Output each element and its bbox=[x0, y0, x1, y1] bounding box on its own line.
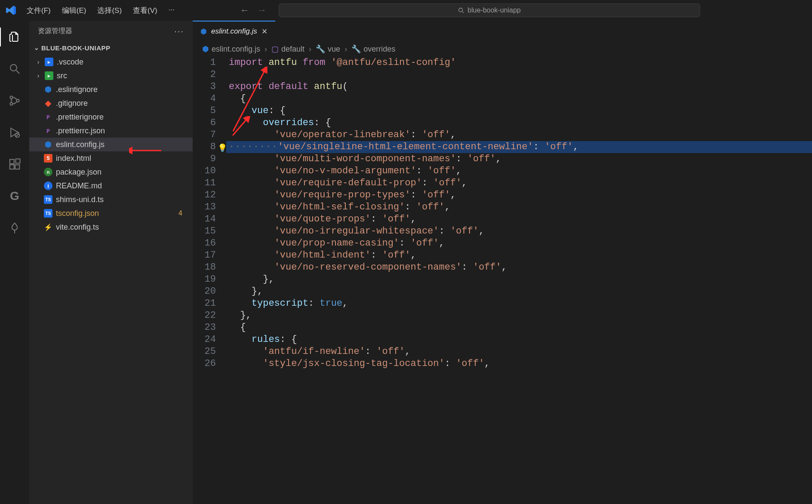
breadcrumb[interactable]: ⬢eslint.config.js›▢default›🔧vue›🔧overrid… bbox=[193, 41, 812, 57]
file-label: .eslintignore bbox=[56, 85, 98, 94]
line-number: 17 bbox=[193, 249, 216, 261]
code-line[interactable] bbox=[226, 69, 812, 81]
code-token: , bbox=[461, 177, 467, 189]
code-line[interactable]: 'vue/operator-linebreak': 'off', bbox=[226, 129, 812, 141]
code-line[interactable]: 'vue/no-v-model-argument': 'off', bbox=[226, 165, 812, 177]
breadcrumb-item[interactable]: 🔧overrides bbox=[351, 44, 395, 54]
code-line[interactable]: 'vue/require-default-prop': 'off', bbox=[226, 177, 812, 189]
code-token: 'off' bbox=[450, 225, 479, 237]
menu-item[interactable]: 编辑(E) bbox=[57, 3, 92, 18]
activity-extensions-icon[interactable] bbox=[0, 152, 29, 176]
code-line[interactable]: }, bbox=[226, 286, 812, 298]
file-row[interactable]: npackage.json bbox=[29, 165, 193, 179]
file-row[interactable]: P.prettierrc.json bbox=[29, 124, 193, 138]
code-token: , bbox=[410, 213, 416, 225]
menu-item[interactable]: 查看(V) bbox=[128, 3, 163, 18]
activity-tree-icon[interactable] bbox=[0, 216, 29, 240]
code-token: : bbox=[308, 298, 320, 310]
menu-item[interactable]: 文件(F) bbox=[22, 3, 56, 18]
activity-run-debug-icon[interactable] bbox=[0, 120, 29, 144]
tab-eslint-config[interactable]: ⬢ eslint.config.js ✕ bbox=[193, 21, 275, 41]
breadcrumb-item[interactable]: 🔧vue bbox=[316, 44, 340, 54]
activity-git-icon[interactable]: G bbox=[0, 184, 29, 208]
file-row[interactable]: 5index.html bbox=[29, 151, 193, 165]
line-number: 2 bbox=[193, 69, 216, 81]
activity-explorer-icon[interactable] bbox=[0, 25, 29, 49]
file-label: vite.config.ts bbox=[56, 223, 99, 232]
code-line[interactable]: vue: { bbox=[226, 105, 812, 117]
code-line[interactable]: 'vue/quote-props': 'off', bbox=[226, 213, 812, 225]
code-line[interactable]: 'vue/prop-name-casing': 'off', bbox=[226, 237, 812, 249]
sidebar-more-icon[interactable]: ··· bbox=[174, 26, 184, 36]
code-token: , bbox=[450, 129, 456, 141]
code-line[interactable]: overrides: { bbox=[226, 117, 812, 129]
code-token bbox=[229, 117, 263, 129]
breadcrumb-separator-icon: › bbox=[309, 45, 311, 54]
code-line[interactable]: typescript: true, bbox=[226, 298, 812, 310]
code-line[interactable]: 'vue/no-irregular-whitespace': 'off', bbox=[226, 225, 812, 237]
code-token: , bbox=[484, 358, 490, 370]
tab-close-icon[interactable]: ✕ bbox=[261, 27, 268, 36]
code-line[interactable]: 'vue/require-prop-types': 'off', bbox=[226, 189, 812, 201]
nav-forward-icon[interactable]: → bbox=[257, 5, 267, 16]
file-row[interactable]: P.prettierignore bbox=[29, 110, 193, 124]
file-row[interactable]: TStsconfig.json4 bbox=[29, 206, 193, 220]
line-number: 1 bbox=[193, 57, 216, 69]
file-icon: TS bbox=[44, 195, 52, 204]
code-line[interactable]: 'vue/multi-word-component-names': 'off', bbox=[226, 153, 812, 165]
code-token bbox=[229, 346, 263, 358]
code-line[interactable]: 'vue/html-self-closing': 'off', bbox=[226, 201, 812, 213]
file-row[interactable]: iREADME.md bbox=[29, 179, 193, 193]
code-token: , bbox=[445, 201, 450, 213]
code-body[interactable]: import antfu from '@antfu/eslint-config'… bbox=[226, 57, 812, 504]
activity-source-control-icon[interactable] bbox=[0, 89, 29, 113]
svg-point-0 bbox=[459, 8, 463, 12]
code-line[interactable]: 'style/jsx-closing-tag-location': 'off', bbox=[226, 358, 812, 370]
code-token: true bbox=[320, 298, 342, 310]
command-center[interactable]: blue-book-uniapp bbox=[279, 3, 700, 17]
code-editor[interactable]: 1234567891011121314151617181920212223242… bbox=[193, 57, 812, 504]
file-label: package.json bbox=[56, 168, 102, 177]
file-row[interactable]: ⬢.eslintignore bbox=[29, 83, 193, 96]
nav-back-icon[interactable]: ← bbox=[240, 5, 249, 16]
code-line[interactable]: }, bbox=[226, 274, 812, 286]
code-line[interactable]: 'vue/no-reserved-component-names': 'off'… bbox=[226, 261, 812, 274]
code-line[interactable]: rules: { bbox=[226, 334, 812, 346]
code-token bbox=[229, 153, 274, 165]
menu-item[interactable]: 选择(S) bbox=[92, 3, 127, 18]
breadcrumb-item[interactable]: ▢default bbox=[271, 44, 304, 54]
vscode-logo-icon bbox=[3, 5, 19, 16]
file-row[interactable]: ⚡vite.config.ts bbox=[29, 220, 193, 234]
project-header[interactable]: ⌄ BLUE-BOOK-UNIAPP bbox=[29, 41, 193, 54]
code-line[interactable]: export default antfu( bbox=[226, 81, 812, 93]
file-label: .vscode bbox=[57, 58, 83, 67]
file-row[interactable]: ◆.gitignore bbox=[29, 96, 193, 110]
file-row[interactable]: ⬢eslint.config.js bbox=[29, 138, 193, 151]
code-line[interactable]: 'vue/html-indent': 'off', bbox=[226, 249, 812, 261]
file-icon: P bbox=[44, 113, 52, 121]
code-line[interactable]: { bbox=[226, 322, 812, 334]
code-token bbox=[229, 249, 274, 261]
line-number: 23 bbox=[193, 322, 216, 334]
lightbulb-icon[interactable]: 💡 bbox=[218, 142, 227, 154]
code-line[interactable]: import antfu from '@antfu/eslint-config' bbox=[226, 57, 812, 69]
code-token: : bbox=[439, 225, 450, 237]
code-line[interactable]: }, bbox=[226, 310, 812, 322]
activity-search-icon[interactable] bbox=[0, 57, 29, 81]
code-line[interactable]: { bbox=[226, 93, 812, 105]
file-row[interactable]: TSshims-uni.d.ts bbox=[29, 193, 193, 206]
code-token: : bbox=[405, 201, 416, 213]
svg-point-2 bbox=[10, 65, 17, 71]
code-line[interactable]: 💡········'vue/singleline-html-element-co… bbox=[226, 141, 812, 153]
menu-item[interactable]: ··· bbox=[163, 3, 180, 18]
folder-row[interactable]: ›▸.vscode bbox=[29, 55, 193, 69]
nav-arrows: ← → bbox=[240, 5, 267, 16]
code-token: : bbox=[461, 261, 473, 274]
code-token: 'off' bbox=[376, 346, 405, 358]
code-line[interactable]: 'antfu/if-newline': 'off', bbox=[226, 346, 812, 358]
code-token: 'vue/require-default-prop' bbox=[274, 177, 422, 189]
folder-row[interactable]: ›▸src bbox=[29, 69, 193, 83]
chevron-right-icon: › bbox=[35, 72, 41, 79]
titlebar: 文件(F)编辑(E)选择(S)查看(V)··· ← → blue-book-un… bbox=[0, 0, 812, 21]
breadcrumb-item[interactable]: ⬢eslint.config.js bbox=[202, 44, 260, 54]
